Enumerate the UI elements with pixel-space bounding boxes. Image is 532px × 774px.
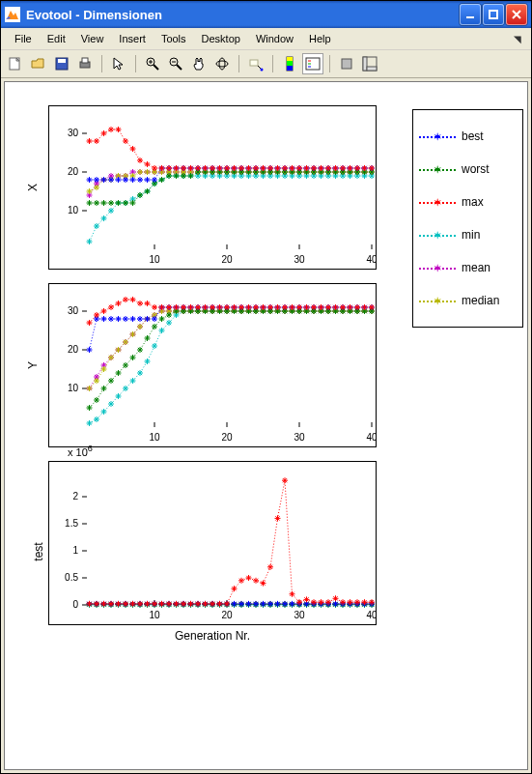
legend-marker-median: ✶ bbox=[419, 295, 456, 306]
svg-line-12 bbox=[177, 65, 182, 70]
legend-label-max: max bbox=[462, 195, 484, 209]
legend-label-min: min bbox=[462, 228, 480, 242]
svg-point-15 bbox=[219, 58, 225, 70]
legend-min[interactable]: ✶ min bbox=[419, 218, 517, 251]
minimize-button[interactable] bbox=[460, 4, 481, 25]
figure-canvas[interactable]: X 10203040102030 Y 10203040102030 x 106 … bbox=[4, 81, 528, 770]
svg-text:20: 20 bbox=[221, 432, 233, 443]
svg-text:30: 30 bbox=[294, 610, 305, 620]
legend-mean[interactable]: ✶ mean bbox=[419, 251, 517, 284]
svg-text:1: 1 bbox=[72, 545, 78, 556]
xlabel: Generation Nr. bbox=[48, 629, 377, 643]
legend-best[interactable]: ✶ best bbox=[419, 120, 517, 153]
svg-text:30: 30 bbox=[294, 254, 305, 265]
menu-bar: File Edit View Insert Tools Desktop Wind… bbox=[1, 28, 531, 50]
svg-text:20: 20 bbox=[221, 610, 233, 620]
svg-text:1.5: 1.5 bbox=[65, 518, 78, 529]
legend-marker-mean: ✶ bbox=[419, 262, 456, 273]
legend-worst[interactable]: ✶ worst bbox=[419, 153, 517, 186]
menu-file[interactable]: File bbox=[7, 31, 40, 46]
svg-rect-22 bbox=[287, 66, 293, 71]
axes-test[interactable]: x 106 test 1020304000.511.52 Generation … bbox=[48, 461, 377, 643]
pan-icon[interactable] bbox=[188, 53, 210, 74]
titlebar: Evotool - Dimensionen bbox=[1, 1, 531, 28]
svg-line-8 bbox=[154, 65, 158, 70]
svg-text:40: 40 bbox=[366, 432, 377, 443]
legend-max[interactable]: ✶ max bbox=[419, 186, 517, 218]
ylabel-y: Y bbox=[26, 361, 40, 369]
data-cursor-icon[interactable] bbox=[245, 53, 266, 74]
svg-text:20: 20 bbox=[221, 254, 233, 265]
menu-window[interactable]: Window bbox=[248, 31, 301, 46]
legend-label-worst: worst bbox=[462, 162, 490, 176]
svg-rect-1 bbox=[490, 11, 497, 18]
insert-colorbar-icon[interactable] bbox=[279, 53, 300, 74]
zoom-out-icon[interactable] bbox=[165, 53, 186, 74]
svg-point-14 bbox=[216, 61, 228, 67]
svg-text:20: 20 bbox=[68, 166, 79, 177]
svg-rect-4 bbox=[58, 59, 66, 63]
menu-view[interactable]: View bbox=[73, 31, 112, 46]
exponent-label: x 106 bbox=[68, 444, 93, 458]
app-window: Evotool - Dimensionen File Edit View Ins… bbox=[0, 0, 532, 774]
svg-text:40: 40 bbox=[366, 610, 377, 620]
menu-expand-icon[interactable]: ◥ bbox=[510, 34, 525, 44]
legend-marker-max: ✶ bbox=[419, 196, 456, 208]
matlab-icon bbox=[5, 7, 20, 22]
zoom-in-icon[interactable] bbox=[142, 53, 163, 74]
svg-text:2: 2 bbox=[72, 491, 78, 502]
pointer-icon[interactable] bbox=[108, 53, 129, 74]
svg-rect-20 bbox=[287, 57, 293, 61]
toolbar bbox=[1, 50, 531, 78]
svg-rect-21 bbox=[287, 61, 293, 66]
svg-rect-30 bbox=[367, 67, 377, 71]
open-icon[interactable] bbox=[28, 53, 49, 74]
legend-label-best: best bbox=[462, 129, 484, 143]
svg-rect-0 bbox=[466, 16, 474, 18]
maximize-button[interactable] bbox=[483, 4, 504, 25]
legend-marker-worst: ✶ bbox=[419, 163, 456, 175]
svg-text:20: 20 bbox=[68, 344, 79, 355]
svg-rect-16 bbox=[250, 60, 258, 66]
svg-text:30: 30 bbox=[68, 305, 79, 316]
svg-text:0: 0 bbox=[72, 599, 78, 610]
window-title: Evotool - Dimensionen bbox=[26, 8, 458, 22]
menu-desktop[interactable]: Desktop bbox=[194, 31, 248, 46]
menu-edit[interactable]: Edit bbox=[40, 31, 73, 46]
svg-rect-6 bbox=[82, 58, 88, 63]
svg-text:10: 10 bbox=[149, 254, 160, 265]
svg-text:10: 10 bbox=[149, 610, 160, 620]
ylabel-x: X bbox=[26, 184, 40, 191]
show-plot-tools-icon[interactable] bbox=[359, 53, 380, 74]
svg-text:10: 10 bbox=[149, 432, 160, 443]
legend-marker-min: ✶ bbox=[419, 229, 456, 241]
svg-text:40: 40 bbox=[366, 254, 377, 265]
hide-plot-tools-icon[interactable] bbox=[336, 53, 357, 74]
save-icon[interactable] bbox=[51, 53, 72, 74]
menu-help[interactable]: Help bbox=[301, 31, 339, 46]
new-figure-icon[interactable] bbox=[5, 53, 26, 74]
legend-median[interactable]: ✶ median bbox=[419, 284, 517, 317]
ylabel-test: test bbox=[32, 542, 45, 560]
svg-text:10: 10 bbox=[68, 383, 79, 393]
close-button[interactable] bbox=[506, 4, 527, 25]
legend-label-mean: mean bbox=[462, 261, 490, 274]
legend-marker-best: ✶ bbox=[419, 130, 456, 142]
svg-text:10: 10 bbox=[68, 205, 79, 215]
print-icon[interactable] bbox=[74, 53, 96, 74]
svg-text:0.5: 0.5 bbox=[65, 572, 78, 583]
svg-rect-29 bbox=[363, 57, 367, 71]
menu-insert[interactable]: Insert bbox=[111, 31, 154, 46]
insert-legend-icon[interactable] bbox=[302, 53, 323, 74]
svg-point-18 bbox=[261, 69, 264, 72]
svg-text:30: 30 bbox=[68, 128, 79, 138]
legend-label-median: median bbox=[462, 294, 499, 307]
rotate-3d-icon[interactable] bbox=[211, 53, 233, 74]
svg-rect-27 bbox=[342, 59, 351, 69]
axes-y[interactable]: Y 10203040102030 bbox=[48, 283, 377, 447]
axes-x[interactable]: X 10203040102030 bbox=[48, 105, 377, 270]
legend[interactable]: ✶ best ✶ worst ✶ max ✶ min ✶ mean ✶ medi… bbox=[412, 109, 523, 328]
svg-text:30: 30 bbox=[294, 432, 305, 443]
plot-stack: X 10203040102030 Y 10203040102030 x 106 … bbox=[5, 82, 401, 769]
menu-tools[interactable]: Tools bbox=[154, 31, 194, 46]
